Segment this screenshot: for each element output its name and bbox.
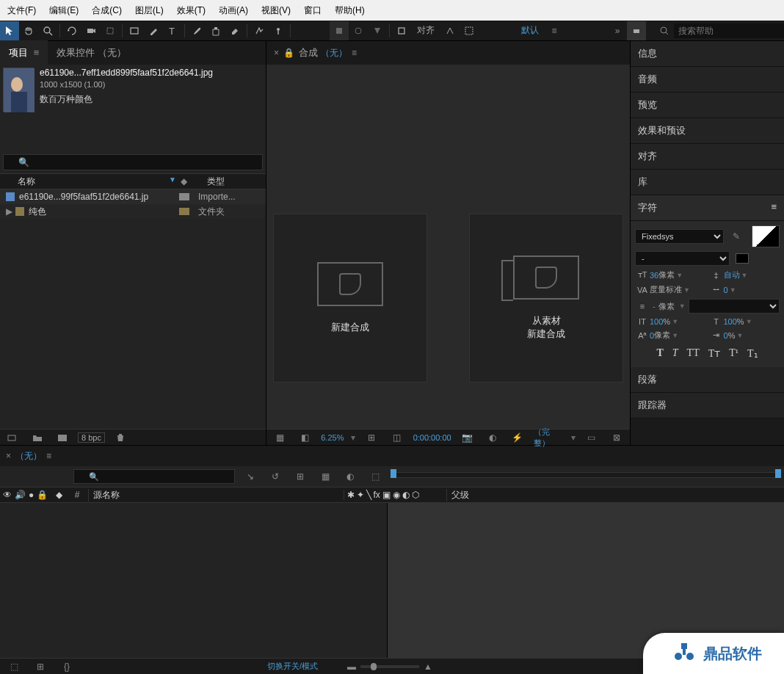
menu-help[interactable]: 帮助(H) <box>335 4 365 17</box>
tl-opt2-icon[interactable]: ↺ <box>266 467 285 486</box>
orbit-tool-icon[interactable] <box>62 21 81 40</box>
timeline-tab-none[interactable]: （无） <box>15 450 42 463</box>
channel-icon[interactable]: ◐ <box>484 428 501 447</box>
menu-animation[interactable]: 动画(A) <box>219 4 248 17</box>
menu-file[interactable]: 文件(F) <box>7 4 36 17</box>
fill-stroke-swatch[interactable] <box>752 225 780 247</box>
switch2-icon[interactable]: ✦ <box>357 490 364 500</box>
exposure-icon[interactable]: ⚡ <box>509 428 526 447</box>
switch4-icon[interactable]: fx <box>374 490 380 500</box>
col-parent[interactable]: 父级 <box>446 489 534 501</box>
zoom-tool-icon[interactable] <box>38 21 57 40</box>
tl-opt5-icon[interactable]: ◐ <box>341 467 360 486</box>
help-search-input[interactable] <box>674 23 784 38</box>
eye-col-icon[interactable]: 👁 <box>3 490 12 500</box>
menu-comp[interactable]: 合成(C) <box>92 4 122 17</box>
switch8-icon[interactable]: ⬡ <box>412 490 419 500</box>
new-comp-tile[interactable]: 新建合成 <box>273 214 427 383</box>
bell-icon[interactable] <box>627 21 646 40</box>
tool-extra-icon[interactable] <box>330 21 349 40</box>
brush-tool-icon[interactable] <box>187 21 206 40</box>
tl-foot2-icon[interactable]: ⊞ <box>31 657 50 675</box>
tab-project[interactable]: 项目 ≡ <box>0 40 48 65</box>
workspace-menu-icon[interactable]: ≡ <box>545 21 564 40</box>
col-source-name[interactable]: 源名称 <box>88 489 344 501</box>
subscript-button[interactable]: T₁ <box>747 347 758 360</box>
toggle-switches-button[interactable]: 切换开关/模式 <box>267 661 318 672</box>
text-tool-icon[interactable]: T <box>163 21 182 40</box>
menu-window[interactable]: 窗口 <box>304 4 322 17</box>
smallcaps-button[interactable]: Tᴛ <box>708 347 721 360</box>
panel-character[interactable]: 字符≡ <box>631 195 784 221</box>
tl-foot1-icon[interactable]: ⬚ <box>4 657 23 675</box>
comp-opt-icon[interactable]: ▦ <box>271 428 288 447</box>
puppet-tool-icon[interactable] <box>269 21 288 40</box>
interpret-icon[interactable] <box>3 428 22 447</box>
superscript-button[interactable]: T¹ <box>729 347 738 360</box>
panel-audio[interactable]: 音频 <box>631 67 784 93</box>
project-row-solids[interactable]: ▶ 纯色 文件夹 <box>0 204 266 219</box>
col-name[interactable]: 名称▼ <box>0 175 181 188</box>
camera-tool-icon[interactable] <box>81 21 101 40</box>
view1-icon[interactable]: ▭ <box>583 428 600 447</box>
no-fill-icon[interactable] <box>736 253 749 264</box>
switch6-icon[interactable]: ◉ <box>393 490 400 500</box>
comp-opt4-icon[interactable]: ◫ <box>388 428 406 447</box>
snap-opt-icon[interactable] <box>440 21 460 40</box>
comp-from-footage-tile[interactable]: 从素材新建合成 <box>469 214 623 383</box>
panel-align[interactable]: 对齐 <box>631 144 784 170</box>
hscale-value[interactable]: 100 <box>724 317 737 326</box>
new-folder-icon[interactable] <box>28 428 47 447</box>
italic-button[interactable]: T <box>672 347 678 360</box>
font-style-select[interactable]: - <box>635 251 730 266</box>
view2-icon[interactable]: ⊠ <box>608 428 625 447</box>
zoom-value[interactable]: 6.25% <box>321 433 344 442</box>
panel-library[interactable]: 库 <box>631 170 784 195</box>
solo-col-icon[interactable]: ● <box>29 490 34 500</box>
switch3-icon[interactable]: ╲ <box>366 490 371 500</box>
menu-layer[interactable]: 图层(L) <box>135 4 164 17</box>
lock-col-icon[interactable]: 🔒 <box>37 490 48 500</box>
hand-tool-icon[interactable] <box>19 21 38 40</box>
snap-opt2-icon[interactable] <box>460 21 479 40</box>
project-row-image[interactable]: e61190e...99f5faaf51f2de6641.jp Importe.… <box>0 189 266 204</box>
panel-paragraph[interactable]: 段落 <box>631 367 784 393</box>
bold-button[interactable]: T <box>656 347 663 360</box>
snapshot-icon[interactable]: 📷 <box>459 428 476 447</box>
panel-effects-presets[interactable]: 效果和预设 <box>631 118 784 144</box>
tab-effect-controls[interactable]: 效果控件 （无） <box>48 40 135 65</box>
roto-tool-icon[interactable] <box>250 21 269 40</box>
switch7-icon[interactable]: ◐ <box>402 490 410 500</box>
timeline-layers-area[interactable] <box>0 503 388 658</box>
new-comp-icon[interactable] <box>53 428 72 447</box>
timeline-tab-menu-icon[interactable]: ≡ <box>46 451 51 461</box>
font-family-select[interactable]: Fixedsys <box>635 229 724 244</box>
comp-opt2-icon[interactable]: ◧ <box>296 428 313 447</box>
panel-info[interactable]: 信息 <box>631 41 784 67</box>
switch1-icon[interactable]: ✱ <box>347 490 355 500</box>
switch5-icon[interactable]: ▣ <box>382 490 391 500</box>
timeline-search-input[interactable] <box>73 469 235 484</box>
tl-opt4-icon[interactable]: ▦ <box>316 467 335 486</box>
snap-icon[interactable] <box>392 21 411 40</box>
panel-menu-icon[interactable]: ≡ <box>771 201 777 214</box>
eraser-tool-icon[interactable] <box>225 21 244 40</box>
vscale-value[interactable]: 100 <box>650 317 663 326</box>
comp-tab-menu-icon[interactable]: ≡ <box>352 48 357 58</box>
tool-extra3-icon[interactable] <box>368 21 387 40</box>
pen-tool-icon[interactable] <box>144 21 163 40</box>
audio-col-icon[interactable]: 🔊 <box>15 490 26 500</box>
tl-opt6-icon[interactable]: ⬚ <box>366 467 385 486</box>
tl-opt1-icon[interactable]: ↘ <box>241 467 260 486</box>
expand-arrow-icon[interactable]: ▶ <box>6 206 12 217</box>
col-type[interactable]: 类型 <box>192 175 266 188</box>
tl-opt3-icon[interactable]: ⊞ <box>291 467 310 486</box>
leading-value[interactable]: 自动 <box>724 269 740 280</box>
panel-preview[interactable]: 预览 <box>631 93 784 118</box>
workspace-dropdown[interactable]: 默认 <box>521 24 539 37</box>
stroke-style-select[interactable] <box>689 299 780 314</box>
pan-behind-tool-icon[interactable] <box>101 21 120 40</box>
project-search-input[interactable] <box>3 154 263 170</box>
allcaps-button[interactable]: TT <box>687 347 700 360</box>
overflow-icon[interactable]: » <box>608 21 627 40</box>
